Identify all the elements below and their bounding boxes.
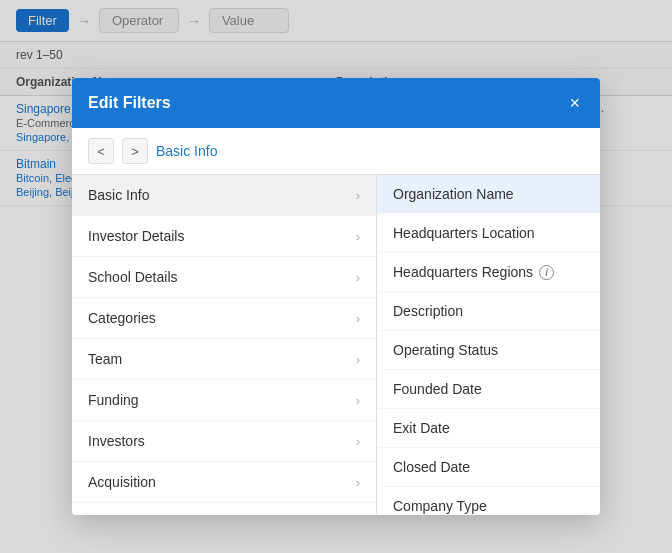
nav-back-button[interactable]: < xyxy=(88,138,114,164)
menu-item-label: Categories xyxy=(88,310,156,326)
chevron-right-icon: › xyxy=(356,188,360,203)
menu-item-label: Funding xyxy=(88,392,139,408)
menu-item-acquisition[interactable]: Acquisition› xyxy=(72,462,376,503)
chevron-right-icon: › xyxy=(356,393,360,408)
chevron-right-icon: › xyxy=(356,475,360,490)
menu-item-ipo-&-stock-price[interactable]: IPO & Stock Price› xyxy=(72,503,376,515)
menu-item-label: Acquisition xyxy=(88,474,156,490)
menu-item-categories[interactable]: Categories› xyxy=(72,298,376,339)
filter-option-company-type[interactable]: Company Type xyxy=(377,487,600,515)
info-icon[interactable]: i xyxy=(539,265,554,280)
filter-option-label: Operating Status xyxy=(393,342,498,358)
menu-item-funding[interactable]: Funding› xyxy=(72,380,376,421)
modal-body: Basic Info›Investor Details›School Detai… xyxy=(72,175,600,515)
filter-option-label: Company Type xyxy=(393,498,487,514)
modal-title: Edit Filters xyxy=(88,94,171,112)
filter-option-label: Exit Date xyxy=(393,420,450,436)
chevron-right-icon: › xyxy=(356,352,360,367)
chevron-right-icon: › xyxy=(356,311,360,326)
filter-option-founded-date[interactable]: Founded Date xyxy=(377,370,600,409)
filter-option-closed-date[interactable]: Closed Date xyxy=(377,448,600,487)
menu-item-basic-info[interactable]: Basic Info› xyxy=(72,175,376,216)
right-options-panel: Organization NameHeadquarters LocationHe… xyxy=(377,175,600,515)
menu-item-label: Investor Details xyxy=(88,228,184,244)
filter-option-headquarters-location[interactable]: Headquarters Location xyxy=(377,214,600,253)
filter-option-organization-name[interactable]: Organization Name xyxy=(377,175,600,214)
filter-option-exit-date[interactable]: Exit Date xyxy=(377,409,600,448)
menu-item-investors[interactable]: Investors› xyxy=(72,421,376,462)
filter-option-headquarters-regions[interactable]: Headquarters Regionsi xyxy=(377,253,600,292)
menu-item-school-details[interactable]: School Details› xyxy=(72,257,376,298)
modal-header: Edit Filters × xyxy=(72,78,600,128)
menu-item-label: School Details xyxy=(88,269,178,285)
menu-item-investor-details[interactable]: Investor Details› xyxy=(72,216,376,257)
filter-option-operating-status[interactable]: Operating Status xyxy=(377,331,600,370)
menu-item-label: Investors xyxy=(88,433,145,449)
filter-option-label: Headquarters Regions xyxy=(393,264,533,280)
filter-option-label: Headquarters Location xyxy=(393,225,535,241)
modal-close-button[interactable]: × xyxy=(565,92,584,114)
filter-option-label: Closed Date xyxy=(393,459,470,475)
left-menu-panel: Basic Info›Investor Details›School Detai… xyxy=(72,175,377,515)
filter-option-description[interactable]: Description xyxy=(377,292,600,331)
filter-option-label: Founded Date xyxy=(393,381,482,397)
breadcrumb-basic-info[interactable]: Basic Info xyxy=(156,143,217,159)
filter-option-label: Organization Name xyxy=(393,186,514,202)
menu-item-label: Team xyxy=(88,351,122,367)
modal-nav: < > Basic Info xyxy=(72,128,600,175)
chevron-right-icon: › xyxy=(356,229,360,244)
chevron-right-icon: › xyxy=(356,434,360,449)
edit-filters-modal: Edit Filters × < > Basic Info Basic Info… xyxy=(72,78,600,515)
menu-item-team[interactable]: Team› xyxy=(72,339,376,380)
nav-forward-button[interactable]: > xyxy=(122,138,148,164)
chevron-right-icon: › xyxy=(356,270,360,285)
menu-item-label: Basic Info xyxy=(88,187,149,203)
filter-option-label: Description xyxy=(393,303,463,319)
